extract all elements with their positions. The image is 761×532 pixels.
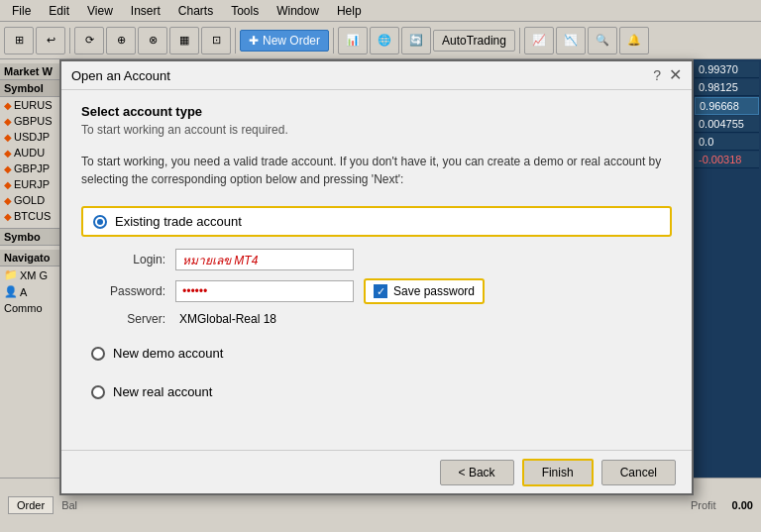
nav-label-1: XM G xyxy=(20,269,48,281)
price-item-1: 0.99370 xyxy=(695,61,759,78)
new-order-button[interactable]: ✚ New Order xyxy=(240,30,329,52)
password-input[interactable] xyxy=(175,280,354,302)
login-label: Login: xyxy=(91,253,165,266)
sidebar-item-gbpus[interactable]: ◆ GBPUS xyxy=(0,113,63,129)
diamond-icon-8: ◆ xyxy=(4,211,12,222)
sidebar-item-btcus[interactable]: ◆ BTCUS xyxy=(0,208,63,224)
navigator-section: Navigato xyxy=(0,250,63,266)
new-real-label: New real account xyxy=(113,384,212,399)
toolbar-btn-3[interactable]: ⟳ xyxy=(74,27,104,54)
symbol-label-3: USDJP xyxy=(14,131,50,143)
symbol-label-1: EURUS xyxy=(14,99,53,111)
sidebar-item-a[interactable]: 👤 A xyxy=(0,283,63,300)
menu-window[interactable]: Window xyxy=(269,2,327,20)
diamond-icon-1: ◆ xyxy=(4,100,12,111)
sidebar-item-xmg[interactable]: 📁 XM G xyxy=(0,266,63,283)
sidebar-item-gold[interactable]: ◆ GOLD xyxy=(0,192,63,208)
toolbar-btn-8[interactable]: 📊 xyxy=(338,27,368,54)
toolbar-btn-1[interactable]: ⊞ xyxy=(4,27,34,54)
autotrading-button[interactable]: AutoTrading xyxy=(433,30,515,52)
radio-inner-filled xyxy=(97,219,103,225)
balance-label: Bal xyxy=(61,499,77,511)
toolbar-separator-2 xyxy=(235,28,236,53)
toolbar-separator-1 xyxy=(69,28,70,53)
menu-help[interactable]: Help xyxy=(329,2,370,20)
dialog-close-button[interactable]: ✕ xyxy=(669,67,682,83)
toolbar: ⊞ ↩ ⟳ ⊕ ⊗ ▦ ⊡ ✚ New Order 📊 🌐 🔄 AutoTrad… xyxy=(0,22,761,59)
toolbar-btn-10[interactable]: 🔄 xyxy=(401,27,431,54)
new-real-option[interactable]: New real account xyxy=(81,378,672,405)
dialog-title: Open an Account xyxy=(71,68,170,83)
price-value-2: 0.98125 xyxy=(699,81,738,93)
server-label: Server: xyxy=(91,312,165,326)
price-value-5: 0.0 xyxy=(699,136,713,148)
folder-icon: 📁 xyxy=(4,268,18,281)
toolbar-btn-12[interactable]: 📉 xyxy=(556,27,586,54)
dialog-footer: < Back Finish Cancel xyxy=(61,450,692,493)
server-row: Server: XMGlobal-Real 18 xyxy=(91,312,662,326)
open-account-dialog: Open an Account ? ✕ Select account type … xyxy=(59,59,694,495)
sidebar-item-gbpjp[interactable]: ◆ GBPJP xyxy=(0,160,63,176)
finish-button[interactable]: Finish xyxy=(522,459,594,486)
toolbar-btn-alert[interactable]: 🔔 xyxy=(619,27,649,54)
save-password-label: Save password xyxy=(393,284,475,298)
menu-view[interactable]: View xyxy=(79,2,121,20)
new-real-radio[interactable] xyxy=(91,385,105,399)
toolbar-btn-6[interactable]: ▦ xyxy=(169,27,199,54)
market-watch-section: Market W xyxy=(0,63,63,80)
menu-edit[interactable]: Edit xyxy=(41,2,77,20)
toolbar-btn-7[interactable]: ⊡ xyxy=(201,27,231,54)
existing-account-option[interactable]: Existing trade account xyxy=(81,206,672,237)
sidebar-item-usdjp[interactable]: ◆ USDJP xyxy=(0,129,63,145)
profit-value: 0.00 xyxy=(732,499,753,511)
diamond-icon-6: ◆ xyxy=(4,179,12,190)
menu-charts[interactable]: Charts xyxy=(170,2,221,20)
new-demo-label: New demo account xyxy=(113,346,223,361)
price-panel: 0.99370 0.98125 0.96668 0.004755 0.0 -0.… xyxy=(692,59,761,478)
symbol-label-2: GBPUS xyxy=(14,115,53,127)
user-icon: 👤 xyxy=(4,285,18,298)
toolbar-btn-11[interactable]: 📈 xyxy=(524,27,554,54)
diamond-icon-4: ◆ xyxy=(4,148,12,159)
symbol-header: Symbol xyxy=(0,80,63,97)
login-input[interactable] xyxy=(175,249,354,270)
symbol-label-5: GBPJP xyxy=(14,162,50,174)
toolbar-btn-9[interactable]: 🌐 xyxy=(370,27,399,54)
price-item-2: 0.98125 xyxy=(695,79,759,96)
price-value-3: 0.96668 xyxy=(700,100,739,112)
form-fields: Login: Password: ✓ Save password Server:… xyxy=(91,249,662,326)
dialog-body: Select account type To start working an … xyxy=(61,90,692,431)
back-button[interactable]: < Back xyxy=(440,460,514,485)
toolbar-btn-13[interactable]: 🔍 xyxy=(588,27,617,54)
toolbar-separator-3 xyxy=(333,28,334,53)
dialog-controls: ? ✕ xyxy=(653,67,682,83)
save-password-checkbox[interactable]: ✓ xyxy=(374,284,387,298)
sidebar-item-audu[interactable]: ◆ AUDU xyxy=(0,145,63,160)
info-text: To start working, you need a valid trade… xyxy=(81,153,672,188)
dialog-help-button[interactable]: ? xyxy=(653,67,661,83)
toolbar-btn-5[interactable]: ⊗ xyxy=(138,27,167,54)
autotrading-label: AutoTrading xyxy=(442,34,506,48)
price-value-6: -0.00318 xyxy=(699,154,741,165)
save-password-wrapper: ✓ Save password xyxy=(364,278,485,304)
cancel-button[interactable]: Cancel xyxy=(601,460,676,485)
menu-file[interactable]: File xyxy=(4,2,39,20)
existing-account-radio[interactable] xyxy=(93,215,107,229)
menu-insert[interactable]: Insert xyxy=(123,2,168,20)
diamond-icon-2: ◆ xyxy=(4,116,12,127)
price-item-5: 0.0 xyxy=(695,134,759,151)
order-tab[interactable]: Order xyxy=(8,496,54,514)
toolbar-btn-2[interactable]: ↩ xyxy=(36,27,65,54)
existing-account-label: Existing trade account xyxy=(115,214,242,229)
menu-tools[interactable]: Tools xyxy=(223,2,267,20)
symbol-label-6: EURJP xyxy=(14,178,50,190)
section-subtitle: To start working an account is required. xyxy=(81,123,672,137)
sidebar-item-eurus[interactable]: ◆ EURUS xyxy=(0,97,63,113)
new-order-icon: ✚ xyxy=(249,34,259,48)
price-value-1: 0.99370 xyxy=(699,63,738,75)
new-demo-option[interactable]: New demo account xyxy=(81,340,672,367)
toolbar-btn-4[interactable]: ⊕ xyxy=(106,27,136,54)
sidebar-item-eurjp[interactable]: ◆ EURJP xyxy=(0,176,63,192)
new-demo-radio[interactable] xyxy=(91,347,105,361)
sidebar-item-commo[interactable]: Commo xyxy=(0,300,63,316)
